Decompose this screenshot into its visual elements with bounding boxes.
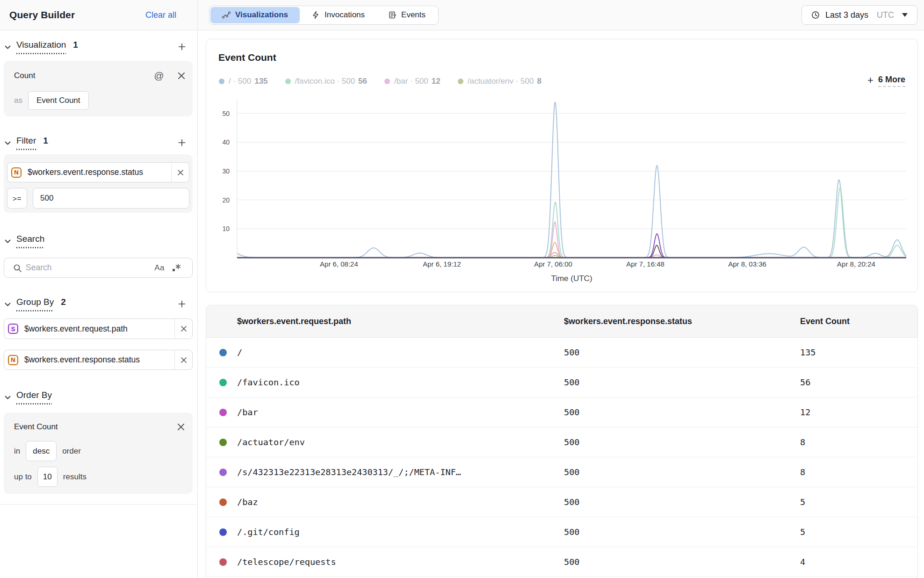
legend-label: /bar · 500 bbox=[394, 77, 428, 86]
legend-label: /favicon.ico · 500 bbox=[295, 77, 355, 86]
cell-path: / bbox=[206, 347, 564, 357]
column-header-count[interactable]: Event Count bbox=[800, 317, 917, 326]
filter-section-title[interactable]: Filter bbox=[16, 136, 36, 150]
cell-path: /bar bbox=[206, 407, 564, 417]
visualization-section-header: Visualization 1 bbox=[4, 40, 193, 53]
search-box: Aa bbox=[4, 258, 193, 278]
table-row[interactable]: / 500 135 bbox=[206, 338, 917, 368]
visualization-function[interactable]: Count bbox=[14, 71, 35, 80]
order-direction-select[interactable]: desc bbox=[26, 441, 57, 461]
x-tick-label: Apr 6, 19:12 bbox=[423, 260, 461, 268]
visualization-count: 1 bbox=[73, 40, 78, 50]
in-label: in bbox=[14, 447, 20, 456]
chevron-down-icon[interactable] bbox=[4, 237, 12, 245]
column-header-status[interactable]: $workers.event.response.status bbox=[564, 317, 800, 326]
remove-filter-button[interactable] bbox=[171, 163, 189, 182]
plus-icon: + bbox=[867, 75, 873, 86]
group-by-field-name: $workers.event.response.status bbox=[24, 355, 174, 365]
order-direction-row: in desc order bbox=[14, 441, 186, 461]
group-by-field[interactable]: S $workers.event.request.path bbox=[4, 318, 193, 339]
regex-icon[interactable] bbox=[172, 263, 181, 272]
cell-path: /baz bbox=[206, 497, 564, 507]
legend-item[interactable]: /actuator/env · 500 8 bbox=[458, 77, 541, 86]
clear-all-link[interactable]: Clear all bbox=[145, 10, 176, 20]
line-chart[interactable]: 1020304050Apr 6, 08:24Apr 6, 19:12Apr 7,… bbox=[206, 89, 917, 290]
legend-count: 135 bbox=[254, 77, 267, 86]
path-value: /baz bbox=[237, 497, 258, 507]
table-row[interactable]: /.git/config 500 5 bbox=[206, 517, 917, 547]
table-row[interactable]: /telescope/requests 500 4 bbox=[206, 547, 917, 577]
series-line bbox=[237, 234, 906, 258]
tab-label: Events bbox=[401, 10, 426, 20]
order-by-section-title[interactable]: Order By bbox=[16, 390, 52, 405]
x-tick-label: Apr 8, 03:36 bbox=[728, 260, 766, 268]
close-icon bbox=[180, 356, 188, 364]
at-icon[interactable]: @ bbox=[154, 70, 164, 81]
y-tick-label: 50 bbox=[222, 110, 230, 117]
remove-group-by-button[interactable] bbox=[174, 319, 192, 339]
tab-events[interactable]: Events bbox=[376, 7, 437, 23]
remove-visualization-icon[interactable] bbox=[176, 71, 187, 81]
order-limit-input[interactable]: 10 bbox=[37, 467, 58, 487]
sidebar-divider bbox=[0, 504, 197, 505]
legend-item[interactable]: / · 500 135 bbox=[219, 77, 268, 86]
cell-path: /favicon.ico bbox=[206, 377, 564, 387]
remove-order-by-icon[interactable] bbox=[176, 422, 186, 432]
cell-status: 500 bbox=[564, 377, 800, 387]
visualization-card-row: Count @ bbox=[14, 69, 187, 83]
table-row[interactable]: /baz 500 5 bbox=[206, 487, 917, 517]
legend-more-button[interactable]: + 6 More bbox=[867, 75, 905, 87]
tab-visualizations[interactable]: Visualizations bbox=[210, 7, 300, 23]
cell-status: 500 bbox=[564, 407, 800, 417]
path-value: /telescope/requests bbox=[237, 557, 336, 567]
close-icon bbox=[176, 168, 185, 177]
results-table-card: $workers.event.request.path $workers.eve… bbox=[206, 305, 918, 578]
cell-status: 500 bbox=[564, 557, 800, 567]
tab-label: Invocations bbox=[325, 10, 365, 20]
legend-count: 12 bbox=[432, 77, 440, 86]
caret-down-icon bbox=[902, 13, 908, 17]
visualization-section-title[interactable]: Visualization bbox=[16, 40, 66, 54]
filter-operator-select[interactable]: >= bbox=[7, 188, 27, 209]
column-header-path[interactable]: $workers.event.request.path bbox=[206, 317, 564, 326]
table-row[interactable]: /s/432313e22313e28313e2430313/_/;/META-I… bbox=[206, 457, 917, 487]
filter-value-input[interactable]: 500 bbox=[33, 188, 189, 209]
tab-invocations[interactable]: Invocations bbox=[300, 7, 376, 23]
chevron-down-icon[interactable] bbox=[4, 393, 12, 401]
table-row[interactable]: /actuator/env 500 8 bbox=[206, 427, 917, 457]
cell-count: 12 bbox=[800, 407, 917, 417]
add-group-by-button[interactable] bbox=[178, 300, 186, 308]
x-axis-title: Time (UTC) bbox=[551, 274, 592, 283]
cell-status: 500 bbox=[564, 467, 800, 477]
group-by-section-title[interactable]: Group By bbox=[16, 297, 54, 311]
chevron-down-icon[interactable] bbox=[4, 300, 12, 308]
add-filter-button[interactable] bbox=[178, 138, 186, 147]
x-tick-label: Apr 7, 06:00 bbox=[534, 260, 572, 268]
table-row[interactable]: /bar 500 12 bbox=[206, 397, 917, 427]
group-by-field[interactable]: N $workers.event.response.status bbox=[4, 350, 193, 370]
chart-card: Event Count / · 500 135 /favicon.ico · 5… bbox=[206, 39, 918, 292]
cell-count: 8 bbox=[800, 437, 917, 447]
up-to-label: up to bbox=[14, 472, 32, 482]
series-line bbox=[237, 102, 906, 258]
filter-field[interactable]: N $workers.event.response.status bbox=[7, 162, 189, 182]
series-color-dot bbox=[219, 379, 227, 386]
path-value: /.git/config bbox=[237, 527, 300, 537]
legend-item[interactable]: /favicon.ico · 500 56 bbox=[285, 77, 367, 86]
order-limit-row: up to 10 results bbox=[14, 467, 186, 487]
legend-item[interactable]: /bar · 500 12 bbox=[384, 77, 440, 86]
remove-group-by-button[interactable] bbox=[174, 350, 192, 369]
match-case-icon[interactable]: Aa bbox=[154, 263, 165, 273]
lightning-icon bbox=[311, 11, 320, 19]
main-body: Event Count / · 500 135 /favicon.ico · 5… bbox=[198, 30, 924, 578]
chevron-down-icon[interactable] bbox=[4, 43, 12, 51]
series-line bbox=[237, 246, 906, 258]
search-input[interactable] bbox=[26, 263, 154, 273]
chevron-down-icon[interactable] bbox=[4, 139, 12, 147]
time-range-button[interactable]: Last 3 days UTC bbox=[801, 5, 917, 25]
search-section-title[interactable]: Search bbox=[16, 234, 44, 248]
cell-status: 500 bbox=[564, 497, 800, 507]
visualization-alias-input[interactable]: Event Count bbox=[28, 91, 89, 110]
table-row[interactable]: /favicon.ico 500 56 bbox=[206, 368, 917, 397]
add-visualization-button[interactable] bbox=[178, 43, 186, 51]
